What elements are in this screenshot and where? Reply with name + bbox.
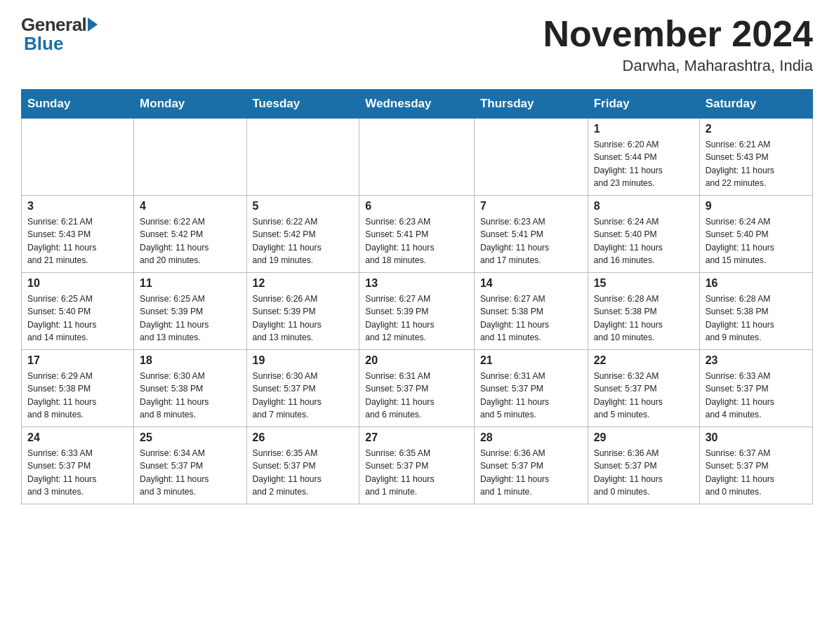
day-number: 14	[480, 277, 582, 290]
day-number: 23	[706, 354, 807, 367]
day-number: 22	[594, 354, 694, 367]
day-info: Sunrise: 6:30 AM Sunset: 5:37 PM Dayligh…	[253, 370, 354, 421]
day-number: 3	[27, 200, 128, 213]
day-of-week-header: Thursday	[474, 90, 588, 119]
calendar-cell: 23Sunrise: 6:33 AM Sunset: 5:37 PM Dayli…	[699, 350, 812, 427]
calendar-week-row: 3Sunrise: 6:21 AM Sunset: 5:43 PM Daylig…	[22, 196, 813, 273]
day-number: 1	[594, 123, 694, 135]
day-of-week-header: Sunday	[22, 90, 134, 119]
day-of-week-header: Friday	[588, 90, 699, 119]
location-text: Darwha, Maharashtra, India	[543, 57, 813, 75]
day-number: 27	[365, 431, 468, 444]
calendar-cell: 17Sunrise: 6:29 AM Sunset: 5:38 PM Dayli…	[22, 350, 134, 427]
day-number: 8	[594, 200, 694, 213]
day-number: 15	[594, 277, 694, 290]
day-info: Sunrise: 6:27 AM Sunset: 5:38 PM Dayligh…	[480, 293, 582, 344]
day-info: Sunrise: 6:31 AM Sunset: 5:37 PM Dayligh…	[365, 370, 468, 421]
day-number: 26	[253, 431, 354, 444]
day-number: 9	[706, 200, 807, 213]
day-number: 5	[253, 200, 354, 213]
day-of-week-header: Wednesday	[359, 90, 475, 119]
calendar-cell: 26Sunrise: 6:35 AM Sunset: 5:37 PM Dayli…	[246, 427, 359, 504]
calendar-cell: 3Sunrise: 6:21 AM Sunset: 5:43 PM Daylig…	[22, 196, 134, 273]
day-number: 11	[140, 277, 240, 290]
day-number: 18	[140, 354, 240, 367]
calendar-cell: 5Sunrise: 6:22 AM Sunset: 5:42 PM Daylig…	[246, 196, 359, 273]
calendar-cell	[134, 119, 246, 196]
day-info: Sunrise: 6:29 AM Sunset: 5:38 PM Dayligh…	[27, 370, 128, 421]
calendar-cell: 16Sunrise: 6:28 AM Sunset: 5:38 PM Dayli…	[699, 273, 812, 350]
day-info: Sunrise: 6:37 AM Sunset: 5:37 PM Dayligh…	[706, 447, 807, 498]
calendar-cell: 4Sunrise: 6:22 AM Sunset: 5:42 PM Daylig…	[134, 196, 246, 273]
day-info: Sunrise: 6:35 AM Sunset: 5:37 PM Dayligh…	[253, 447, 354, 498]
day-info: Sunrise: 6:23 AM Sunset: 5:41 PM Dayligh…	[365, 215, 468, 267]
day-number: 6	[365, 200, 468, 213]
calendar-cell: 29Sunrise: 6:36 AM Sunset: 5:37 PM Dayli…	[588, 427, 699, 504]
day-info: Sunrise: 6:27 AM Sunset: 5:39 PM Dayligh…	[365, 293, 468, 344]
calendar-cell: 18Sunrise: 6:30 AM Sunset: 5:38 PM Dayli…	[134, 350, 246, 427]
day-number: 2	[706, 123, 807, 135]
day-info: Sunrise: 6:33 AM Sunset: 5:37 PM Dayligh…	[706, 370, 807, 421]
day-of-week-header: Monday	[134, 90, 246, 119]
day-info: Sunrise: 6:35 AM Sunset: 5:37 PM Dayligh…	[365, 447, 468, 498]
day-number: 13	[365, 277, 468, 290]
day-info: Sunrise: 6:26 AM Sunset: 5:39 PM Dayligh…	[253, 293, 354, 344]
calendar-cell: 9Sunrise: 6:24 AM Sunset: 5:40 PM Daylig…	[699, 196, 812, 273]
calendar-cell	[22, 119, 134, 196]
day-number: 16	[706, 277, 807, 290]
day-info: Sunrise: 6:36 AM Sunset: 5:37 PM Dayligh…	[480, 447, 582, 498]
day-number: 29	[594, 431, 694, 444]
calendar-cell: 11Sunrise: 6:25 AM Sunset: 5:39 PM Dayli…	[134, 273, 246, 350]
day-info: Sunrise: 6:36 AM Sunset: 5:37 PM Dayligh…	[594, 447, 694, 498]
calendar-cell: 27Sunrise: 6:35 AM Sunset: 5:37 PM Dayli…	[359, 427, 475, 504]
logo-blue-text: Blue	[21, 33, 63, 55]
day-info: Sunrise: 6:30 AM Sunset: 5:38 PM Dayligh…	[140, 370, 240, 421]
day-info: Sunrise: 6:20 AM Sunset: 5:44 PM Dayligh…	[594, 138, 694, 189]
day-number: 12	[253, 277, 354, 290]
calendar-cell: 1Sunrise: 6:20 AM Sunset: 5:44 PM Daylig…	[588, 119, 699, 196]
calendar-week-row: 10Sunrise: 6:25 AM Sunset: 5:40 PM Dayli…	[22, 273, 813, 350]
calendar-header-row: SundayMondayTuesdayWednesdayThursdayFrid…	[22, 90, 813, 119]
day-info: Sunrise: 6:31 AM Sunset: 5:37 PM Dayligh…	[480, 370, 582, 421]
calendar-cell: 28Sunrise: 6:36 AM Sunset: 5:37 PM Dayli…	[474, 427, 588, 504]
calendar-cell: 30Sunrise: 6:37 AM Sunset: 5:37 PM Dayli…	[699, 427, 812, 504]
day-info: Sunrise: 6:22 AM Sunset: 5:42 PM Dayligh…	[253, 215, 354, 267]
logo-arrow-icon	[88, 18, 98, 32]
day-number: 19	[253, 354, 354, 367]
logo: General Blue	[21, 14, 98, 55]
calendar-cell: 12Sunrise: 6:26 AM Sunset: 5:39 PM Dayli…	[246, 273, 359, 350]
day-number: 25	[140, 431, 240, 444]
calendar-cell: 7Sunrise: 6:23 AM Sunset: 5:41 PM Daylig…	[474, 196, 588, 273]
day-number: 24	[27, 431, 128, 444]
calendar-cell: 8Sunrise: 6:24 AM Sunset: 5:40 PM Daylig…	[588, 196, 699, 273]
day-number: 21	[480, 354, 582, 367]
day-info: Sunrise: 6:25 AM Sunset: 5:40 PM Dayligh…	[27, 293, 128, 344]
calendar-cell	[474, 119, 588, 196]
calendar-week-row: 1Sunrise: 6:20 AM Sunset: 5:44 PM Daylig…	[22, 119, 813, 196]
day-info: Sunrise: 6:32 AM Sunset: 5:37 PM Dayligh…	[594, 370, 694, 421]
calendar-cell: 25Sunrise: 6:34 AM Sunset: 5:37 PM Dayli…	[134, 427, 246, 504]
day-number: 4	[140, 200, 240, 213]
day-info: Sunrise: 6:28 AM Sunset: 5:38 PM Dayligh…	[706, 293, 807, 344]
calendar-cell: 15Sunrise: 6:28 AM Sunset: 5:38 PM Dayli…	[588, 273, 699, 350]
calendar-cell: 2Sunrise: 6:21 AM Sunset: 5:43 PM Daylig…	[699, 119, 812, 196]
calendar-cell: 22Sunrise: 6:32 AM Sunset: 5:37 PM Dayli…	[588, 350, 699, 427]
day-info: Sunrise: 6:23 AM Sunset: 5:41 PM Dayligh…	[480, 215, 582, 267]
calendar-cell	[359, 119, 475, 196]
day-number: 28	[480, 431, 582, 444]
page-header: General Blue November 2024 Darwha, Mahar…	[21, 14, 813, 75]
calendar-week-row: 17Sunrise: 6:29 AM Sunset: 5:38 PM Dayli…	[22, 350, 813, 427]
calendar-cell: 21Sunrise: 6:31 AM Sunset: 5:37 PM Dayli…	[474, 350, 588, 427]
day-info: Sunrise: 6:21 AM Sunset: 5:43 PM Dayligh…	[27, 215, 128, 267]
day-of-week-header: Saturday	[699, 90, 812, 119]
day-info: Sunrise: 6:25 AM Sunset: 5:39 PM Dayligh…	[140, 293, 240, 344]
title-block: November 2024 Darwha, Maharashtra, India	[543, 14, 813, 75]
calendar-table: SundayMondayTuesdayWednesdayThursdayFrid…	[21, 89, 813, 504]
day-info: Sunrise: 6:21 AM Sunset: 5:43 PM Dayligh…	[706, 138, 807, 189]
day-info: Sunrise: 6:34 AM Sunset: 5:37 PM Dayligh…	[140, 447, 240, 498]
month-title: November 2024	[543, 14, 813, 54]
calendar-cell: 20Sunrise: 6:31 AM Sunset: 5:37 PM Dayli…	[359, 350, 475, 427]
calendar-cell: 19Sunrise: 6:30 AM Sunset: 5:37 PM Dayli…	[246, 350, 359, 427]
calendar-week-row: 24Sunrise: 6:33 AM Sunset: 5:37 PM Dayli…	[22, 427, 813, 504]
day-number: 10	[27, 277, 128, 290]
